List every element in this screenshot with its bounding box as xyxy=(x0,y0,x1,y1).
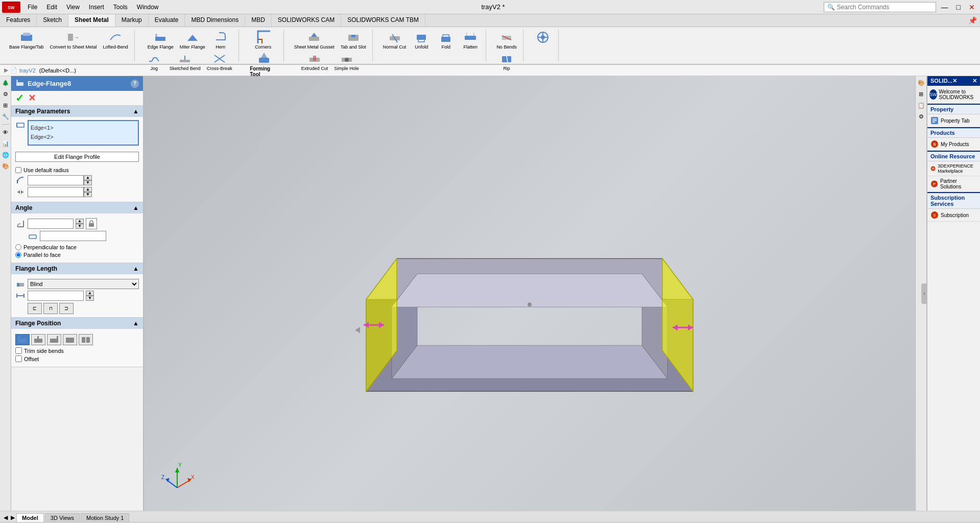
menu-view[interactable]: View xyxy=(62,3,84,12)
close-btn[interactable]: ✕ xyxy=(966,2,978,12)
edge-list[interactable]: Edge<1> Edge<2> xyxy=(28,120,139,146)
ribbon-btn-lofted-bend[interactable]: Lofted-Bend xyxy=(101,29,130,51)
tab-3d-views[interactable]: 3D Views xyxy=(45,513,80,522)
ribbon-btn-vent[interactable] xyxy=(532,29,554,45)
property-manager-icon[interactable]: ⚙ xyxy=(1,89,10,99)
menu-insert[interactable]: Insert xyxy=(85,3,108,12)
ribbon-btn-miter-flange[interactable]: Miter Flange xyxy=(178,29,207,51)
sw-subscription-item[interactable]: S Subscription xyxy=(927,209,980,222)
tab-motion-study[interactable]: Motion Study 1 xyxy=(81,513,129,522)
tab-evaluate[interactable]: Evaluate xyxy=(149,14,185,27)
ribbon-btn-jog[interactable]: Jog xyxy=(143,51,165,72)
ribbon-btn-normal-cut[interactable]: Normal Cut xyxy=(381,29,409,51)
offset-checkbox[interactable] xyxy=(15,355,22,362)
ribbon-btn-unfold[interactable]: Unfold xyxy=(410,29,433,51)
ribbon-btn-sheet-gusset[interactable]: Sheet Metal Gusset xyxy=(292,29,337,51)
flange-length-header[interactable]: Flange Length ▲ xyxy=(11,263,143,274)
viewport[interactable]: ✋ 🔍 👁 📷 🌅 ••• xyxy=(144,76,915,511)
minimize-btn[interactable]: — xyxy=(938,2,951,12)
ribbon-btn-convert[interactable]: → Convert to Sheet Metal xyxy=(48,29,99,51)
ribbon-btn-simple-hole[interactable]: Simple Hole xyxy=(332,51,361,72)
angle-lock-btn[interactable] xyxy=(86,218,97,229)
ribbon-btn-cross-break[interactable]: Cross-Break xyxy=(205,51,234,72)
tab-nav-left[interactable]: ◀ xyxy=(2,514,9,521)
ribbon-btn-fold[interactable]: Fold xyxy=(435,29,457,51)
ribbon-btn-hem[interactable]: Hem xyxy=(209,29,232,51)
ribbon-btn-tab-slot[interactable]: Tab and Slot xyxy=(339,29,368,51)
sw-panel-close[interactable]: ✕ xyxy=(972,78,977,84)
position-btn-2[interactable] xyxy=(47,334,61,345)
menu-file[interactable]: File xyxy=(23,3,41,12)
length-align-right-btn[interactable]: ⊐ xyxy=(59,303,74,314)
scene-icon[interactable]: 🌐 xyxy=(1,150,10,159)
ribbon-pin-icon[interactable]: 📌 xyxy=(965,14,980,27)
search-input[interactable] xyxy=(837,4,919,11)
sw-my-products-item[interactable]: S My Products xyxy=(927,138,980,151)
trim-side-bends-checkbox[interactable] xyxy=(15,347,22,354)
cam-manager-icon[interactable]: 🔧 xyxy=(1,112,10,121)
tab-features[interactable]: Features xyxy=(0,14,37,27)
length-up[interactable]: ▲ xyxy=(86,291,94,296)
position-btn-4[interactable] xyxy=(79,334,93,345)
tab-sw-cam-tbm[interactable]: SOLIDWORKS CAM TBM xyxy=(341,14,425,27)
tab-markup[interactable]: Markup xyxy=(115,14,149,27)
filepath-part1[interactable]: trayV2 xyxy=(19,67,36,74)
ribbon-btn-base-flange[interactable]: Base Flange/Tab xyxy=(7,29,46,51)
default-radius-checkbox[interactable] xyxy=(15,167,21,173)
length-down[interactable]: ▼ xyxy=(86,296,94,301)
angle-up[interactable]: ▲ xyxy=(76,219,84,224)
tab-mbd-dimensions[interactable]: MBD Dimensions xyxy=(185,14,245,27)
feature-manager-icon[interactable]: 🌲 xyxy=(1,78,10,87)
accept-button[interactable]: ✓ xyxy=(15,93,24,103)
angle-down[interactable]: ▼ xyxy=(76,224,84,229)
ribbon-btn-forming-tool[interactable]: Forming Tool xyxy=(248,51,278,78)
tab-nav-right[interactable]: ▶ xyxy=(9,514,16,521)
flange-params-header[interactable]: Flange Parameters ▲ xyxy=(11,106,143,117)
ribbon-btn-rip[interactable]: Rip xyxy=(495,51,518,72)
ribbon-btn-corners[interactable]: Corners xyxy=(250,29,276,51)
position-btn-0[interactable] xyxy=(15,334,30,345)
tab-sw-cam[interactable]: SOLIDWORKS CAM xyxy=(272,14,341,27)
ribbon-btn-extruded-cut[interactable]: Extruded Cut xyxy=(299,51,330,72)
perpendicular-radio[interactable] xyxy=(15,244,21,250)
menu-tools[interactable]: Tools xyxy=(109,3,132,12)
length-align-left-btn[interactable]: ⊏ xyxy=(28,303,42,314)
right-tasks-icon[interactable]: 📋 xyxy=(917,101,926,110)
angle-ref-input[interactable] xyxy=(40,231,106,241)
simulation-icon[interactable]: 📊 xyxy=(1,139,10,148)
edit-flange-profile-btn[interactable]: Edit Flange Profile xyxy=(15,152,139,162)
sw-3dx-item[interactable]: 3D 3DEXPERIENCE Marketplace xyxy=(927,161,980,176)
sw-property-tab-item[interactable]: Property Tab xyxy=(927,114,980,127)
bend-radius-down[interactable]: ▼ xyxy=(84,180,92,185)
ribbon-btn-flatten[interactable]: Flatten xyxy=(459,29,482,51)
appearance-icon[interactable]: 🎨 xyxy=(1,161,10,171)
config-manager-icon[interactable]: ⊞ xyxy=(1,101,10,110)
gap-input[interactable]: 1.00mm xyxy=(28,187,84,197)
right-appearance-icon[interactable]: 🎨 xyxy=(917,78,926,87)
flange-length-type-select[interactable]: BlindUp to VertexUp to Surface xyxy=(28,279,139,289)
flange-position-header[interactable]: Flange Position ▲ xyxy=(11,318,143,329)
gap-down[interactable]: ▼ xyxy=(84,192,92,197)
menu-window[interactable]: Window xyxy=(133,3,163,12)
position-btn-3[interactable] xyxy=(63,334,77,345)
help-icon[interactable]: ? xyxy=(131,80,139,88)
position-btn-1[interactable] xyxy=(31,334,45,345)
right-panel-collapse-btn[interactable]: › xyxy=(921,283,927,304)
bend-radius-up[interactable]: ▲ xyxy=(84,175,92,180)
angle-input[interactable]: 90.00deg xyxy=(28,219,74,229)
length-align-center-btn[interactable]: ⊓ xyxy=(43,303,58,314)
right-3d-icon[interactable]: ⊞ xyxy=(917,89,926,99)
right-custom-icon[interactable]: ⚙ xyxy=(917,112,926,121)
search-bar[interactable]: 🔍 xyxy=(824,2,936,12)
flange-length-input[interactable]: 30.00mm xyxy=(28,291,84,301)
ribbon-btn-no-bends[interactable]: No Bends xyxy=(494,29,519,51)
tab-sheet-metal[interactable]: Sheet Metal xyxy=(68,14,115,27)
tab-sketch[interactable]: Sketch xyxy=(37,14,68,27)
angle-header[interactable]: Angle ▲ xyxy=(11,202,143,213)
display-icon[interactable]: 👁 xyxy=(1,128,10,137)
sw-partner-item[interactable]: P Partner Solutions xyxy=(927,176,980,192)
tab-mbd[interactable]: MBD xyxy=(245,14,272,27)
maximize-btn[interactable]: □ xyxy=(953,2,964,12)
tab-model[interactable]: Model xyxy=(16,513,44,522)
gap-up[interactable]: ▲ xyxy=(84,187,92,192)
